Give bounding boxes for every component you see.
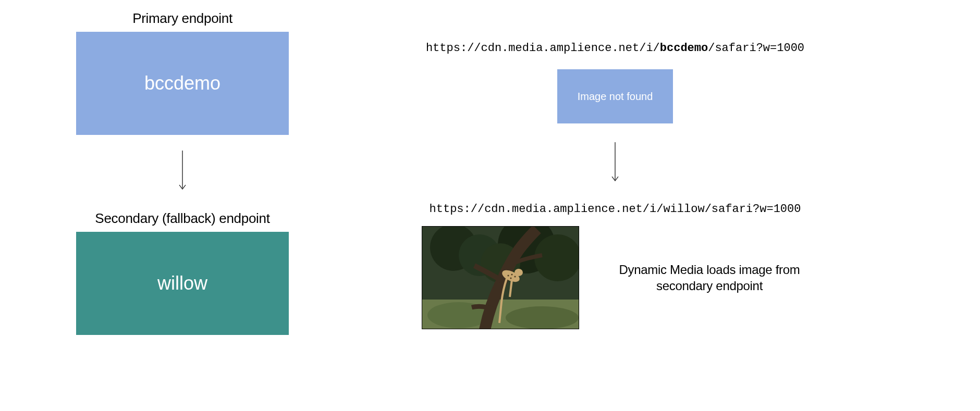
arrow-down-icon <box>610 142 620 184</box>
svg-point-16 <box>510 278 512 279</box>
url-suffix: /safari?w=1000 <box>708 42 804 55</box>
left-column: Primary endpoint bccdemo Secondary (fall… <box>73 10 292 335</box>
svg-point-9 <box>534 234 579 281</box>
svg-point-15 <box>514 276 516 278</box>
svg-point-12 <box>514 269 523 276</box>
secondary-endpoint-box: willow <box>76 232 289 335</box>
svg-point-14 <box>511 274 513 276</box>
url-prefix: https://cdn.media.amplience.net/i/ <box>426 42 660 55</box>
primary-endpoint-label: Primary endpoint <box>132 10 232 27</box>
primary-endpoint-name: bccdemo <box>144 72 220 94</box>
result-caption: Dynamic Media loads image from secondary… <box>610 261 808 294</box>
image-not-found-text: Image not found <box>578 91 653 103</box>
url-bold-segment: willow <box>663 203 704 216</box>
url-bold-segment: bccdemo <box>660 42 708 55</box>
url-prefix: https://cdn.media.amplience.net/i/ <box>430 203 664 216</box>
result-row: Dynamic Media loads image from secondary… <box>422 226 808 329</box>
right-column: https://cdn.media.amplience.net/i/bccdem… <box>323 10 907 335</box>
safari-image-svg <box>422 227 579 329</box>
image-not-found-box: Image not found <box>557 69 673 123</box>
secondary-url: https://cdn.media.amplience.net/i/willow… <box>430 203 801 216</box>
svg-point-5 <box>506 306 579 329</box>
primary-url: https://cdn.media.amplience.net/i/bccdem… <box>426 42 804 55</box>
safari-image <box>422 226 579 329</box>
secondary-endpoint-name: willow <box>157 272 207 294</box>
url-suffix: /safari?w=1000 <box>705 203 801 216</box>
svg-point-13 <box>508 275 509 277</box>
arrow-down-icon <box>177 151 188 192</box>
secondary-endpoint-label: Secondary (fallback) endpoint <box>95 210 270 227</box>
primary-endpoint-box: bccdemo <box>76 32 289 135</box>
